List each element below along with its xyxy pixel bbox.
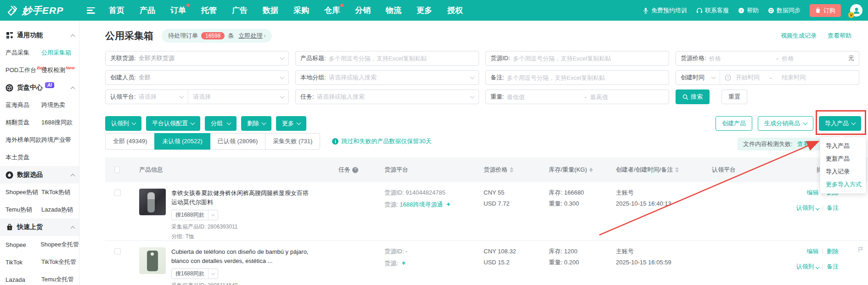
remark-input[interactable] [507,74,664,81]
sort-icon[interactable] [589,168,593,172]
tab-unclaimed[interactable]: 未认领 (20522) [154,133,210,150]
sort-icon[interactable] [510,167,513,173]
weight-max-input[interactable] [590,94,664,101]
menu-item-update-product[interactable]: 更新产品 [820,152,866,165]
date-range-picker[interactable]: 开始时间 - 结束时间 [720,71,859,84]
sidebar-item-tiktok[interactable]: TikTok [6,259,41,266]
product-thumbnail[interactable] [139,189,166,215]
related-source-select[interactable]: 关联货源: 全部关联货源 [105,51,289,66]
sidebar-item-refined-pallet[interactable]: 精翻货盘 [6,118,41,127]
sidebar-item-temu-full[interactable]: Temu全托管 [41,275,74,284]
sort-icon[interactable] [675,167,679,173]
menu-collapse-icon[interactable] [87,7,95,14]
flag-icon[interactable] [858,246,863,253]
product-title-input[interactable] [329,55,474,62]
product-thumbnail[interactable] [139,247,166,274]
process-now-link[interactable]: 立即处理 [238,32,262,40]
creator-select[interactable]: 创建人员: 全部 [105,70,289,85]
sidebar-item-overseas-ranking[interactable]: 海外榜单同款 [6,136,41,144]
product-title[interactable]: 拿铁女孩春夏款健身裤休闲裤高腰阔腿裤显瘦女百搭运动莫代尔面料 [171,189,310,207]
support-link[interactable]: 联系客服 [696,6,729,15]
task-select[interactable]: 任务: 请选择或输入搜索 [295,89,479,104]
sidebar-item-temu-hot[interactable]: Temu热销 [6,206,41,214]
sidebar-item-crossborder-hot[interactable]: 跨境热卖 [41,101,65,109]
sidebar-item-product-collect[interactable]: 产品采集 [6,49,41,57]
remark-link[interactable]: 备注 [827,204,839,211]
view-help-link[interactable]: 查看帮助 [828,32,851,40]
video-record-link[interactable]: 视频生成记录 [781,32,817,40]
menu-item-more-import-methods[interactable]: 更多导入方式 [820,178,866,191]
local-group-select[interactable]: 本地分组: 请选择或输入搜索 [295,70,479,85]
product-title[interactable]: Cubierta de teléfono con diseño de bambú… [171,247,310,266]
question-icon[interactable]: ? [352,167,358,173]
nav-item-order[interactable]: 订单 [170,5,186,16]
time-type-select[interactable]: 创建时间 [676,71,720,84]
help-link[interactable]: ? 帮助 [738,6,759,15]
add-source-icon[interactable]: + [402,259,406,267]
tab-all[interactable]: 全部 (49349) [105,133,155,150]
menu-item-import-product[interactable]: 导入产品 [820,140,866,152]
nav-item-more[interactable]: 更多 [417,5,432,16]
data-sync-link[interactable]: 数据同步 [768,6,800,15]
claim-shop-select[interactable]: 请选择 [188,90,288,104]
sidebar-section-pallet-center[interactable]: 货盘中心 AI [0,79,79,96]
generate-distribution-button[interactable]: 生成分销商品 [758,116,813,131]
menu-item-import-record[interactable]: 导入记录 [820,165,866,178]
training-link[interactable]: 免费预约培训 [643,6,687,15]
search-button[interactable]: 搜索 [676,89,710,104]
user-avatar[interactable]: V [850,4,862,17]
sidebar-item-tiktok-hot[interactable]: TikTok热销 [41,188,70,196]
edit-link[interactable]: 编辑 [807,248,819,255]
sidebar-item-shopee-hot[interactable]: Shopee热销 [6,188,41,196]
create-product-button[interactable]: 创建产品 [716,116,752,131]
price-max-input[interactable] [782,55,845,62]
nav-item-data[interactable]: 数据 [263,5,278,16]
claim-platform-select[interactable]: 认领平台: 请选择 [106,90,188,104]
sidebar-item-pod-workbench[interactable]: POD工作台Beta [6,66,41,74]
claim-to-link[interactable]: 认领到 [796,263,819,270]
sidebar-item-bluesea[interactable]: 蓝海商品 [6,101,41,109]
sidebar-section-quick-listing[interactable]: 快速上货 [0,218,79,236]
sidebar-item-crossborder-industry[interactable]: 跨境产业带 [41,136,71,144]
view-link[interactable]: 查看 [797,140,809,148]
app-logo[interactable]: 妙手ERP [0,4,80,17]
sidebar-item-1688-same[interactable]: 1688搜同款 [41,118,73,127]
nav-item-warehouse[interactable]: 仓库 [324,5,340,16]
nav-item-hosting[interactable]: 托管 [201,5,217,16]
nav-item-product[interactable]: 产品 [140,5,155,16]
subscribe-button[interactable]: 订购 [810,4,841,17]
sidebar-section-common[interactable]: 通用功能 [0,27,79,44]
search-1688-button[interactable]: 搜1688同款 [171,268,218,279]
tab-failed[interactable]: 采集失败 (731) [265,133,320,150]
sidebar-item-local-pallet[interactable]: 本土货盘 [6,153,41,162]
sidebar-item-lazada-hot[interactable]: Lazada热销 [41,206,73,214]
nav-item-purchase[interactable]: 采购 [293,5,309,16]
sidebar-item-tiktok-full[interactable]: TikTok全托管 [41,258,76,266]
platform-claim-config-button[interactable]: 平台认领配置 [146,116,200,131]
delete-button[interactable]: 删除 [241,116,271,131]
import-product-button[interactable]: 导入产品 [819,116,861,131]
tab-claimed[interactable]: 已认领 (28096) [210,133,265,150]
row-checkbox[interactable] [114,190,121,196]
delete-link[interactable]: 删除 [827,248,839,255]
remark-link[interactable]: 备注 [827,263,839,270]
add-source-icon[interactable]: + [446,201,450,208]
claim-to-link[interactable]: 认领到 [796,204,819,211]
source-id-input[interactable] [513,55,664,62]
weight-min-input[interactable] [507,94,581,101]
nav-item-distribution[interactable]: 分销 [355,5,371,16]
search-1688-button[interactable]: 搜1688同款 [171,210,218,220]
row-checkbox[interactable] [114,248,121,255]
group-button[interactable]: 分组 [205,116,237,131]
sidebar-item-shopee[interactable]: Shopee [6,241,40,248]
nav-item-home[interactable]: 首页 [109,5,124,16]
edit-link[interactable]: 编辑 [807,189,819,196]
sidebar-item-shopee-full[interactable]: Shopee全托管 [40,240,79,249]
sidebar-item-infringement-check[interactable]: 侵权检测New [41,66,75,74]
claim-to-button[interactable]: 认领到 [105,116,141,131]
nav-item-ads[interactable]: 广告 [232,5,248,16]
more-button[interactable]: 更多 [276,116,306,131]
sidebar-item-lazada[interactable]: Lazada [6,276,41,283]
sidebar-section-data-select[interactable]: 数据选品 [0,166,79,184]
nav-item-logistics[interactable]: 物流 [386,5,401,16]
